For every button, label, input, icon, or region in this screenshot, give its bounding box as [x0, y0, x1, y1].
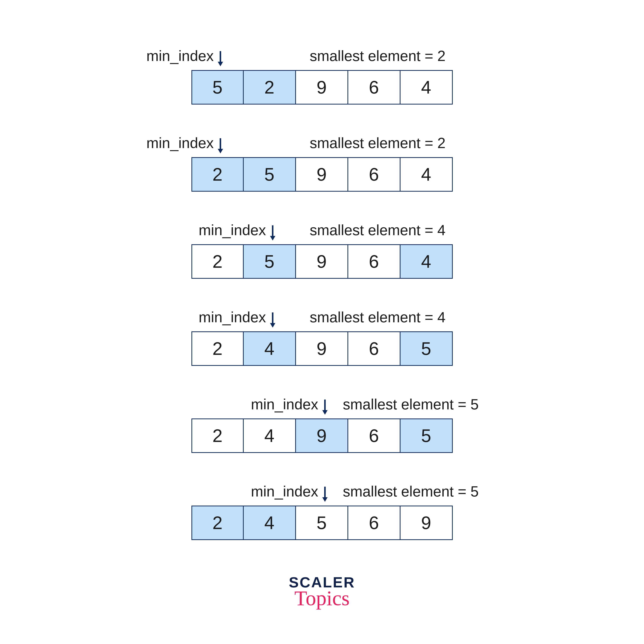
array-cell: 2 — [191, 418, 244, 453]
array-cell: 5 — [400, 418, 453, 453]
min-index-label: min_index — [146, 134, 214, 152]
brand-logo: SCALER Topics — [289, 574, 355, 610]
svg-marker-9 — [322, 410, 328, 415]
array-cell: 2 — [191, 157, 244, 192]
svg-marker-7 — [270, 323, 275, 328]
array-row: 25964 — [191, 244, 453, 279]
array-cell: 6 — [348, 506, 400, 540]
svg-marker-1 — [218, 62, 223, 66]
array-cell: 2 — [191, 506, 244, 540]
array-cell: 4 — [244, 418, 296, 453]
array-cell: 6 — [348, 418, 400, 453]
array-cell: 2 — [191, 331, 244, 366]
array-row: 25964 — [191, 157, 453, 192]
array-cell: 4 — [400, 70, 453, 105]
array-cell: 4 — [400, 244, 453, 279]
array-cell: 6 — [348, 244, 400, 279]
min-index-label: min_index — [146, 47, 214, 65]
array-cell: 6 — [348, 331, 400, 366]
min-index-label: min_index — [251, 396, 318, 413]
smallest-element-label: smallest element = 5 — [343, 396, 479, 413]
smallest-element-label: smallest element = 2 — [310, 47, 446, 65]
array-cell: 2 — [244, 70, 296, 105]
array-row: 52964 — [191, 70, 453, 105]
step-1: min_indexsmallest element = 225964 — [152, 136, 493, 223]
array-cell: 2 — [191, 244, 244, 279]
array-cell: 6 — [348, 70, 400, 105]
min-index-label: min_index — [199, 309, 266, 326]
array-cell: 4 — [400, 157, 453, 192]
step-0: min_indexsmallest element = 252964 — [152, 49, 493, 136]
arrow-down-icon — [267, 312, 278, 328]
step-5: min_indexsmallest element = 524569 — [152, 485, 493, 572]
step-2: min_indexsmallest element = 425964 — [152, 223, 493, 311]
svg-marker-3 — [218, 149, 223, 153]
step-4: min_indexsmallest element = 524965 — [152, 398, 493, 485]
svg-marker-11 — [322, 497, 328, 502]
arrow-down-icon — [215, 138, 226, 153]
array-row: 24965 — [191, 418, 453, 453]
smallest-element-label: smallest element = 4 — [310, 222, 446, 239]
array-cell: 6 — [348, 157, 400, 192]
array-cell: 9 — [296, 331, 348, 366]
array-cell: 5 — [400, 331, 453, 366]
arrow-down-icon — [319, 400, 331, 415]
smallest-element-label: smallest element = 4 — [310, 309, 446, 326]
diagram-container: min_indexsmallest element = 252964min_in… — [152, 49, 493, 572]
step-3: min_indexsmallest element = 424965 — [152, 311, 493, 398]
array-cell: 9 — [296, 157, 348, 192]
array-cell: 9 — [400, 506, 453, 540]
array-cell: 4 — [244, 506, 296, 540]
smallest-element-label: smallest element = 2 — [310, 134, 446, 152]
array-cell: 9 — [296, 244, 348, 279]
array-cell: 5 — [244, 157, 296, 192]
svg-marker-5 — [270, 236, 275, 240]
array-cell: 4 — [244, 331, 296, 366]
array-row: 24569 — [191, 506, 453, 540]
arrow-down-icon — [319, 487, 331, 502]
array-cell: 9 — [296, 418, 348, 453]
smallest-element-label: smallest element = 5 — [343, 483, 479, 500]
array-cell: 5 — [296, 506, 348, 540]
array-cell: 9 — [296, 70, 348, 105]
min-index-label: min_index — [199, 222, 266, 239]
array-cell: 5 — [244, 244, 296, 279]
arrow-down-icon — [267, 225, 278, 240]
arrow-down-icon — [215, 51, 226, 66]
array-row: 24965 — [191, 331, 453, 366]
min-index-label: min_index — [251, 483, 318, 500]
array-cell: 5 — [191, 70, 244, 105]
logo-line2: Topics — [289, 586, 355, 610]
